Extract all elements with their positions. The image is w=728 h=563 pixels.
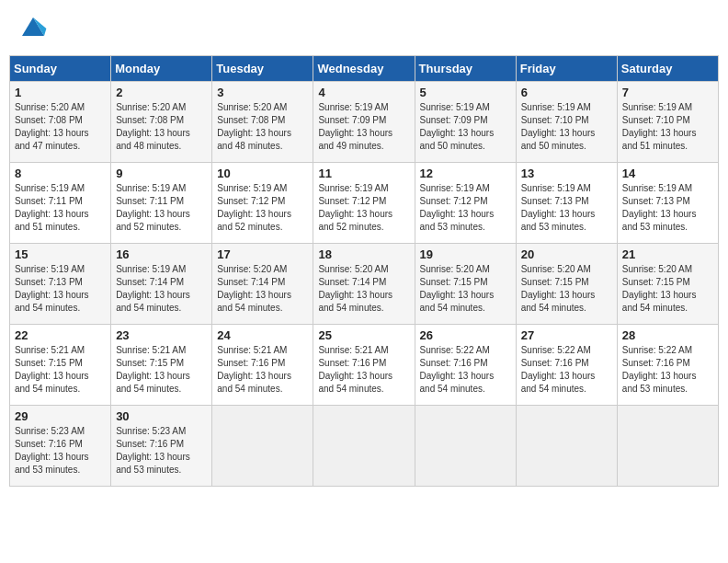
day-number: 17	[217, 247, 308, 261]
day-info: Sunrise: 5:19 AMSunset: 7:11 PMDaylight:…	[15, 182, 106, 234]
day-number: 10	[217, 167, 308, 180]
calendar-cell: 8Sunrise: 5:19 AMSunset: 7:11 PMDaylight…	[10, 163, 111, 244]
calendar-cell: 22Sunrise: 5:21 AMSunset: 7:15 PMDayligh…	[10, 325, 111, 406]
calendar-cell: 12Sunrise: 5:19 AMSunset: 7:12 PMDayligh…	[415, 163, 516, 244]
day-number: 4	[318, 86, 409, 99]
calendar-cell	[516, 406, 617, 487]
day-info: Sunrise: 5:22 AMSunset: 7:16 PMDaylight:…	[420, 344, 511, 396]
day-info: Sunrise: 5:19 AMSunset: 7:10 PMDaylight:…	[622, 101, 713, 153]
calendar-cell	[313, 406, 415, 487]
calendar-cell	[212, 406, 313, 487]
header-wednesday: Wednesday	[313, 56, 415, 82]
day-number: 26	[420, 328, 511, 342]
day-info: Sunrise: 5:19 AMSunset: 7:09 PMDaylight:…	[420, 101, 511, 153]
day-number: 19	[420, 247, 511, 261]
day-number: 30	[116, 409, 207, 423]
calendar-week-4: 22Sunrise: 5:21 AMSunset: 7:15 PMDayligh…	[10, 325, 719, 406]
day-info: Sunrise: 5:20 AMSunset: 7:14 PMDaylight:…	[217, 263, 308, 315]
day-number: 5	[420, 86, 511, 99]
calendar-cell: 14Sunrise: 5:19 AMSunset: 7:13 PMDayligh…	[617, 163, 718, 244]
day-info: Sunrise: 5:19 AMSunset: 7:13 PMDaylight:…	[521, 182, 612, 234]
calendar-cell: 7Sunrise: 5:19 AMSunset: 7:10 PMDaylight…	[617, 82, 718, 163]
day-info: Sunrise: 5:20 AMSunset: 7:15 PMDaylight:…	[420, 263, 511, 315]
calendar-cell: 3Sunrise: 5:20 AMSunset: 7:08 PMDaylight…	[212, 82, 313, 163]
day-number: 2	[116, 86, 207, 99]
day-info: Sunrise: 5:19 AMSunset: 7:12 PMDaylight:…	[217, 182, 308, 234]
calendar-cell: 2Sunrise: 5:20 AMSunset: 7:08 PMDaylight…	[111, 82, 212, 163]
day-number: 24	[217, 328, 308, 342]
day-info: Sunrise: 5:19 AMSunset: 7:13 PMDaylight:…	[15, 263, 106, 315]
calendar-cell: 27Sunrise: 5:22 AMSunset: 7:16 PMDayligh…	[516, 325, 617, 406]
day-number: 28	[622, 328, 713, 342]
day-number: 13	[521, 167, 612, 180]
calendar-table: SundayMondayTuesdayWednesdayThursdayFrid…	[9, 55, 719, 487]
day-number: 27	[521, 328, 612, 342]
day-number: 9	[116, 167, 207, 180]
day-info: Sunrise: 5:21 AMSunset: 7:15 PMDaylight:…	[15, 344, 106, 396]
day-info: Sunrise: 5:19 AMSunset: 7:12 PMDaylight:…	[420, 182, 511, 234]
day-number: 15	[15, 247, 106, 261]
logo	[18, 14, 51, 43]
calendar-cell	[617, 406, 718, 487]
day-info: Sunrise: 5:19 AMSunset: 7:14 PMDaylight:…	[116, 263, 207, 315]
day-info: Sunrise: 5:21 AMSunset: 7:16 PMDaylight:…	[217, 344, 308, 396]
page-header	[9, 9, 719, 48]
calendar-header-row: SundayMondayTuesdayWednesdayThursdayFrid…	[10, 56, 719, 82]
day-info: Sunrise: 5:19 AMSunset: 7:13 PMDaylight:…	[622, 182, 713, 234]
header-thursday: Thursday	[415, 56, 516, 82]
day-number: 11	[318, 167, 409, 180]
calendar-week-3: 15Sunrise: 5:19 AMSunset: 7:13 PMDayligh…	[10, 244, 719, 325]
calendar-cell: 24Sunrise: 5:21 AMSunset: 7:16 PMDayligh…	[212, 325, 313, 406]
day-number: 12	[420, 167, 511, 180]
calendar-cell: 18Sunrise: 5:20 AMSunset: 7:14 PMDayligh…	[313, 244, 415, 325]
calendar-cell: 11Sunrise: 5:19 AMSunset: 7:12 PMDayligh…	[313, 163, 415, 244]
calendar-cell: 23Sunrise: 5:21 AMSunset: 7:15 PMDayligh…	[111, 325, 212, 406]
calendar-cell: 20Sunrise: 5:20 AMSunset: 7:15 PMDayligh…	[516, 244, 617, 325]
day-number: 25	[318, 328, 409, 342]
day-info: Sunrise: 5:20 AMSunset: 7:15 PMDaylight:…	[521, 263, 612, 315]
day-info: Sunrise: 5:23 AMSunset: 7:16 PMDaylight:…	[15, 425, 106, 477]
calendar-cell: 6Sunrise: 5:19 AMSunset: 7:10 PMDaylight…	[516, 82, 617, 163]
day-info: Sunrise: 5:22 AMSunset: 7:16 PMDaylight:…	[622, 344, 713, 396]
header-sunday: Sunday	[10, 56, 111, 82]
day-number: 21	[622, 247, 713, 261]
calendar-week-5: 29Sunrise: 5:23 AMSunset: 7:16 PMDayligh…	[10, 406, 719, 487]
calendar-cell: 1Sunrise: 5:20 AMSunset: 7:08 PMDaylight…	[10, 82, 111, 163]
day-number: 18	[318, 247, 409, 261]
day-number: 29	[15, 409, 106, 423]
calendar-cell: 13Sunrise: 5:19 AMSunset: 7:13 PMDayligh…	[516, 163, 617, 244]
calendar-cell: 21Sunrise: 5:20 AMSunset: 7:15 PMDayligh…	[617, 244, 718, 325]
day-number: 22	[15, 328, 106, 342]
header-monday: Monday	[111, 56, 212, 82]
day-number: 16	[116, 247, 207, 261]
day-info: Sunrise: 5:21 AMSunset: 7:15 PMDaylight:…	[116, 344, 207, 396]
calendar-cell: 10Sunrise: 5:19 AMSunset: 7:12 PMDayligh…	[212, 163, 313, 244]
day-info: Sunrise: 5:20 AMSunset: 7:08 PMDaylight:…	[116, 101, 207, 153]
day-number: 7	[622, 86, 713, 99]
calendar-cell: 30Sunrise: 5:23 AMSunset: 7:16 PMDayligh…	[111, 406, 212, 487]
day-info: Sunrise: 5:19 AMSunset: 7:12 PMDaylight:…	[318, 182, 409, 234]
calendar-week-2: 8Sunrise: 5:19 AMSunset: 7:11 PMDaylight…	[10, 163, 719, 244]
header-friday: Friday	[516, 56, 617, 82]
calendar-cell: 4Sunrise: 5:19 AMSunset: 7:09 PMDaylight…	[313, 82, 415, 163]
day-info: Sunrise: 5:19 AMSunset: 7:10 PMDaylight:…	[521, 101, 612, 153]
day-number: 23	[116, 328, 207, 342]
day-number: 3	[217, 86, 308, 99]
header-saturday: Saturday	[617, 56, 718, 82]
day-info: Sunrise: 5:19 AMSunset: 7:11 PMDaylight:…	[116, 182, 207, 234]
day-info: Sunrise: 5:20 AMSunset: 7:08 PMDaylight:…	[15, 101, 106, 153]
day-info: Sunrise: 5:22 AMSunset: 7:16 PMDaylight:…	[521, 344, 612, 396]
day-number: 6	[521, 86, 612, 99]
calendar-cell: 15Sunrise: 5:19 AMSunset: 7:13 PMDayligh…	[10, 244, 111, 325]
calendar-cell: 9Sunrise: 5:19 AMSunset: 7:11 PMDaylight…	[111, 163, 212, 244]
day-number: 20	[521, 247, 612, 261]
calendar-body: 1Sunrise: 5:20 AMSunset: 7:08 PMDaylight…	[10, 82, 719, 487]
calendar-cell: 19Sunrise: 5:20 AMSunset: 7:15 PMDayligh…	[415, 244, 516, 325]
header-tuesday: Tuesday	[212, 56, 313, 82]
calendar-cell: 29Sunrise: 5:23 AMSunset: 7:16 PMDayligh…	[10, 406, 111, 487]
day-info: Sunrise: 5:19 AMSunset: 7:09 PMDaylight:…	[318, 101, 409, 153]
day-info: Sunrise: 5:23 AMSunset: 7:16 PMDaylight:…	[116, 425, 207, 477]
day-number: 8	[15, 167, 106, 180]
day-number: 1	[15, 86, 106, 99]
calendar-cell	[415, 406, 516, 487]
